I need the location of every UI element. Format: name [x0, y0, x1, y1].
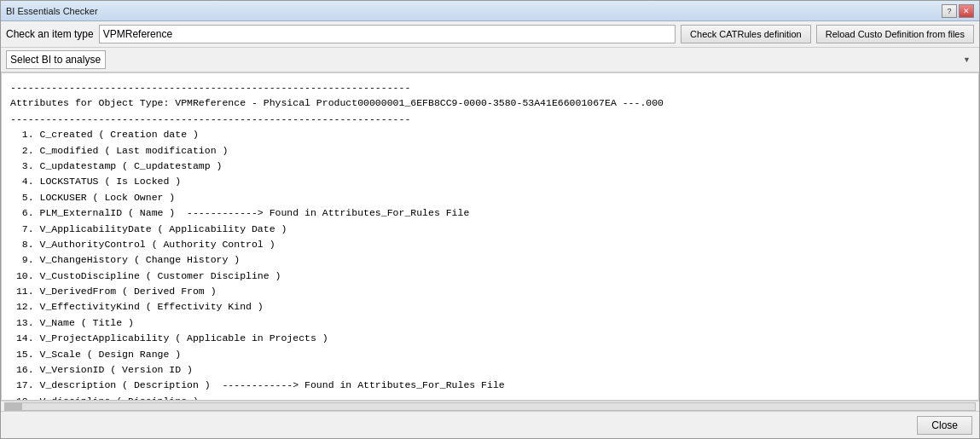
content-line: 17. V_description ( Description ) ------…	[10, 378, 970, 393]
content-line: 12. V_EffectivityKind ( Effectivity Kind…	[10, 299, 970, 315]
content-line: 4. LOCKSTATUS ( Is Locked )	[10, 174, 970, 189]
content-line: 1. C_created ( Creation date )	[10, 127, 970, 142]
content-line: 13. V_Name ( Title )	[10, 315, 970, 331]
content-line: 16. V_VersionID ( Version ID )	[10, 362, 970, 378]
content-line: 5. LOCKUSER ( Lock Owner )	[10, 190, 970, 205]
select-row: Select BI to analyse	[1, 48, 979, 72]
content-line: 11. V_DerivedFrom ( Derived From )	[10, 284, 970, 299]
content-line: 7. V_ApplicabilityDate ( Applicability D…	[10, 222, 970, 237]
titlebar: BI Essentials Checker ? ✕	[1, 1, 979, 21]
check-item-label: Check an item type	[6, 28, 94, 40]
content-line: Attributes for Object Type: VPMReference…	[10, 95, 970, 111]
bi-select[interactable]: Select BI to analyse	[6, 50, 106, 69]
titlebar-buttons: ? ✕	[942, 4, 974, 18]
main-window: BI Essentials Checker ? ✕ Check an item …	[0, 0, 980, 439]
content-line: 14. V_ProjectApplicability ( Applicable …	[10, 331, 970, 346]
window-title: BI Essentials Checker	[6, 6, 98, 16]
close-button[interactable]: Close	[917, 416, 972, 435]
content-line: 18. V_discipline ( Discipline )	[10, 394, 970, 401]
content-line: 15. V_Scale ( Design Range )	[10, 347, 970, 362]
check-catRules-button[interactable]: Check CATRules definition	[681, 25, 811, 43]
bottom-bar: Close	[1, 411, 979, 438]
item-type-input[interactable]	[99, 25, 676, 43]
horizontal-scrollbar[interactable]	[1, 401, 979, 411]
content-line: 6. PLM_ExternalID ( Name ) ------------>…	[10, 205, 970, 221]
toolbar-row: Check an item type Check CATRules defini…	[1, 21, 979, 48]
content-line: 10. V_CustoDiscipline ( Customer Discipl…	[10, 269, 970, 284]
content-line: 8. V_AuthorityControl ( Authority Contro…	[10, 237, 970, 252]
bi-select-wrapper: Select BI to analyse	[6, 50, 974, 69]
content-area: ----------------------------------------…	[1, 72, 979, 401]
scroll-track	[4, 402, 976, 411]
content-line: ----------------------------------------…	[10, 112, 970, 127]
content-line: 3. C_updatestamp ( C_updatestamp )	[10, 159, 970, 174]
help-button[interactable]: ?	[942, 4, 957, 18]
content-line: 2. C_modified ( Last modification )	[10, 143, 970, 159]
reload-custo-button[interactable]: Reload Custo Definition from files	[816, 25, 974, 43]
window-close-button[interactable]: ✕	[959, 4, 974, 18]
content-line: 9. V_ChangeHistory ( Change History )	[10, 252, 970, 268]
scroll-thumb	[5, 403, 22, 410]
content-line: ----------------------------------------…	[10, 80, 970, 95]
